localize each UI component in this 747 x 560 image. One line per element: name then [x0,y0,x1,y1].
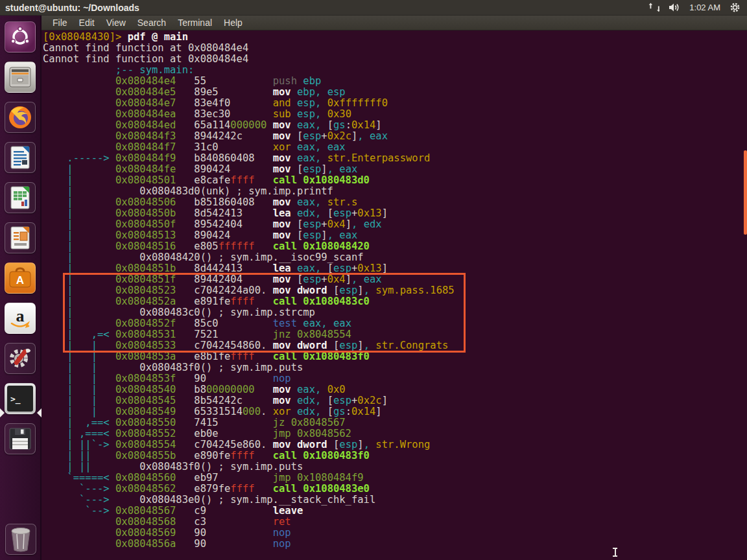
terminal-line: `=====< 0x08048560 eb97 jmp 0x1080484f9 [43,472,747,484]
terminal-line: | | 0x080483f0() ; sym.imp.puts [43,362,747,373]
ubuntu-software-icon: A [8,266,32,290]
trash-icon [8,526,33,552]
terminal-line: | ,===< 0x08048552 eb0e jmp 0x8048562 [43,428,747,439]
indicator-area: 1:02 AM [648,0,747,16]
window-title: student@ubuntu: ~/Downloads [0,3,139,13]
terminal-line: 0x080484ed 65a114000000 mov eax, [gs:0x1… [43,120,747,131]
launcher-item-trash[interactable] [5,524,36,555]
terminal-line: | 0x08048516 e805ffffff call 0x108048420 [43,241,747,252]
mouse-cursor-ibeam [612,548,618,557]
terminal-line: | || 0x0804855b e890feffff call 0x108048… [43,450,747,461]
terminal-line: | 0x0804850f 89542404 mov [esp+0x4], edx [43,219,747,230]
libreoffice-impress-icon [8,226,32,250]
terminal-line: | || 0x080483f0() ; sym.imp.puts [43,461,747,472]
terminal-window[interactable]: [0x08048430]> pdf @ mainCannot find func… [42,30,747,560]
terminal-line: | 0x08048420() ; sym.imp.__isoc99_scanf [43,252,747,263]
volume-icon[interactable] [669,0,680,16]
terminal-line: | ,==< 0x08048550 7415 jz 0x8048567 [43,417,747,428]
libreoffice-writer-icon [8,145,32,170]
terminal-line: | 0x08048513 890424 mov [esp], eax [43,230,747,241]
terminal-line: | | 0x0804853a e8b1feffff call 0x1080483… [43,351,747,362]
terminal-line: 0x080484e4 55 push ebp [43,76,747,87]
amazon-icon: a [8,306,32,331]
files-icon [8,66,32,88]
ubuntu-dash-icon [9,26,31,48]
launcher-item-libreoffice-calc[interactable] [5,182,36,213]
terminal-line: | 0x08048506 b851860408 mov eax, str.s [43,197,747,208]
terminal-line: | 0x0804850b 8d542413 lea edx, [esp+0x13… [43,208,747,219]
libreoffice-calc-icon [8,185,32,210]
terminal-line: | | 0x08048545 8b54242c mov edx, [esp+0x… [43,395,747,406]
menu-search[interactable]: Search [132,18,172,28]
terminal-line: | 0x0804852a e891feffff call 0x1080483c0 [43,296,747,307]
active-app-arrow-left [0,408,5,417]
session-gear-icon[interactable] [729,0,741,16]
firefox-icon [7,104,33,130]
terminal-line: | 0x08048501 e8cafeffff call 0x1080483d0 [43,175,747,186]
terminal-line: | 0x0804852f 85c0 test eax, eax [43,318,747,329]
menu-view[interactable]: View [101,18,132,28]
menu-help[interactable]: Help [218,18,248,28]
launcher-item-ubuntu-dash[interactable] [5,21,36,52]
unity-launcher: A a >_ [0,16,42,560]
terminal-line: | | 0x08048540 b800000000 mov eax, 0x0 [43,384,747,395]
launcher-item-terminal[interactable]: >_ [5,383,36,414]
terminal-icon: >_ [7,386,33,412]
terminal-line: Cannot find function at 0x080484e4 [43,54,747,65]
terminal-output: [0x08048430]> pdf @ mainCannot find func… [43,32,747,550]
launcher-item-ubuntu-software[interactable]: A [5,262,36,294]
network-updown-icon[interactable] [648,0,659,16]
launcher-item-floppy-backup[interactable] [5,423,36,454]
terminal-line: 0x08048568 c3 ret [43,517,747,528]
terminal-line: | 0x0804851b 8d442413 lea eax, [esp+0x13… [43,263,747,274]
system-settings-icon [7,345,33,371]
terminal-line: | 0x08048523 c7042424a00. mov dword [esp… [43,285,747,296]
terminal-line: 0x080484ea 83ec30 sub esp, 0x30 [43,109,747,120]
terminal-line: | ||`-> 0x08048554 c704245e860. mov dwor… [43,439,747,450]
launcher-item-system-settings[interactable] [5,343,36,374]
terminal-menubar: File Edit View Search Terminal Help [42,16,747,30]
terminal-line: | | 0x08048549 65331514000. xor edx, [gs… [43,406,747,417]
menu-terminal[interactable]: Terminal [172,18,218,28]
terminal-line: | ,=< 0x08048531 7521 jnz 0x8048554 [43,329,747,340]
launcher-item-firefox[interactable] [5,102,36,133]
launcher-item-libreoffice-impress[interactable] [5,222,36,253]
terminal-line: | | 0x08048533 c7042454860. mov dword [e… [43,340,747,351]
svg-text:A: A [16,274,24,286]
terminal-line: .-----> 0x080484f9 b840860408 mov eax, s… [43,153,747,164]
floppy-icon [8,426,32,451]
menu-edit[interactable]: Edit [73,18,101,28]
terminal-icon-glyph: >_ [10,394,21,404]
clock[interactable]: 1:02 AM [689,3,720,12]
terminal-line: | 0x080483c0() ; sym.imp.strcmp [43,307,747,318]
launcher-item-amazon[interactable]: a [5,303,36,334]
launcher-item-files[interactable] [5,62,36,93]
terminal-line: 0x080484f7 31c0 xor eax, eax [43,142,747,153]
terminal-line: Cannot find function at 0x080484e4 [43,43,747,54]
terminal-line: 0x080484e7 83e4f0 and esp, 0xfffffff0 [43,98,747,109]
top-panel: student@ubuntu: ~/Downloads 1:02 AM [0,0,747,16]
terminal-line: 0x080484e5 89e5 mov ebp, esp [43,87,747,98]
terminal-line: | 0x080484fe 890424 mov [esp], eax [43,164,747,175]
launcher-item-libreoffice-writer[interactable] [5,142,36,173]
svg-text:a: a [16,307,25,325]
focused-app-arrow-right [37,408,42,417]
terminal-line: `---> 0x08048562 e879feffff call 0x10804… [43,484,747,495]
terminal-line: `---> 0x080483e0() ; sym.imp.__stack_chk… [43,495,747,506]
terminal-line: 0x08048569 90 nop [43,528,747,539]
terminal-line: ;-- sym.main: [43,65,747,76]
scrollbar-thumb[interactable] [744,150,747,235]
desktop: { "panel": { "title": "student@ubuntu: ~… [0,0,747,560]
terminal-line: 0x080484f3 8944242c mov [esp+0x2c], eax [43,131,747,142]
terminal-line: 0x0804856a 90 nop [43,539,747,550]
terminal-line: | | 0x0804853f 90 nop [43,373,747,384]
menu-file[interactable]: File [47,18,73,28]
terminal-line: | 0x0804851f 89442404 mov [esp+0x4], eax [43,274,747,285]
terminal-line: | 0x080483d0(unk) ; sym.imp.printf [43,186,747,197]
terminal-line: [0x08048430]> pdf @ main [43,32,747,43]
terminal-line: `--> 0x08048567 c9 leave [43,506,747,517]
